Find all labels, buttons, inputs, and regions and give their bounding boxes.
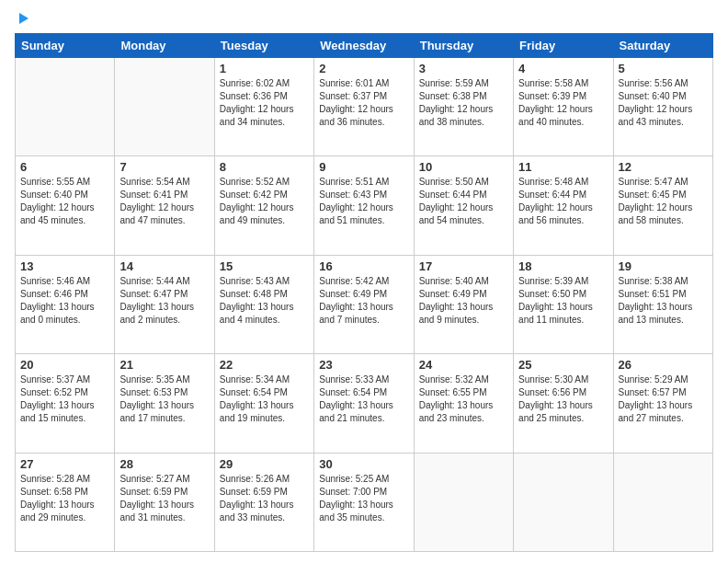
cell-content: Sunrise: 5:55 AM Sunset: 6:40 PM Dayligh… [20, 176, 109, 227]
cell-content: Sunrise: 5:35 AM Sunset: 6:53 PM Dayligh… [119, 373, 209, 425]
week-row-1: 1Sunrise: 6:02 AM Sunset: 6:36 PM Daylig… [16, 58, 713, 156]
cell-content: Sunrise: 5:46 AM Sunset: 6:46 PM Dayligh… [20, 275, 109, 327]
cell-content: Sunrise: 5:38 AM Sunset: 6:51 PM Dayligh… [619, 275, 708, 327]
calendar-cell: 26Sunrise: 5:29 AM Sunset: 6:57 PM Dayli… [613, 354, 712, 453]
day-number: 4 [518, 62, 608, 75]
day-number: 22 [220, 358, 309, 372]
calendar-cell: 18Sunrise: 5:39 AM Sunset: 6:50 PM Dayli… [514, 255, 613, 353]
cell-content: Sunrise: 5:51 AM Sunset: 6:43 PM Dayligh… [319, 176, 408, 227]
day-number: 21 [119, 358, 209, 372]
calendar-cell: 9Sunrise: 5:51 AM Sunset: 6:43 PM Daylig… [314, 156, 414, 255]
day-number: 30 [319, 457, 408, 471]
day-number: 6 [20, 160, 109, 174]
day-number: 2 [319, 62, 408, 75]
col-header-monday: Monday [115, 34, 214, 58]
calendar-cell: 13Sunrise: 5:46 AM Sunset: 6:46 PM Dayli… [16, 255, 115, 353]
day-number: 1 [220, 62, 309, 75]
calendar-cell: 28Sunrise: 5:27 AM Sunset: 6:59 PM Dayli… [115, 453, 214, 551]
calendar-cell: 29Sunrise: 5:26 AM Sunset: 6:59 PM Dayli… [214, 453, 313, 551]
cell-content: Sunrise: 5:42 AM Sunset: 6:49 PM Dayligh… [319, 275, 408, 327]
cell-content: Sunrise: 5:27 AM Sunset: 6:59 PM Dayligh… [119, 473, 209, 524]
col-header-thursday: Thursday [414, 34, 513, 58]
calendar-cell [16, 58, 115, 156]
calendar-cell: 22Sunrise: 5:34 AM Sunset: 6:54 PM Dayli… [214, 354, 313, 453]
day-number: 24 [419, 358, 508, 372]
cell-content: Sunrise: 5:47 AM Sunset: 6:45 PM Dayligh… [619, 176, 708, 227]
col-header-friday: Friday [514, 34, 613, 58]
day-number: 9 [319, 160, 408, 174]
day-number: 10 [419, 160, 508, 174]
logo-arrow-icon [16, 11, 30, 26]
calendar-cell: 16Sunrise: 5:42 AM Sunset: 6:49 PM Dayli… [314, 255, 414, 353]
calendar-cell: 7Sunrise: 5:54 AM Sunset: 6:41 PM Daylig… [115, 156, 214, 255]
calendar-cell: 1Sunrise: 6:02 AM Sunset: 6:36 PM Daylig… [214, 58, 313, 156]
day-number: 15 [220, 259, 309, 273]
day-number: 26 [619, 358, 708, 372]
calendar-cell: 10Sunrise: 5:50 AM Sunset: 6:44 PM Dayli… [414, 156, 513, 255]
calendar-cell: 19Sunrise: 5:38 AM Sunset: 6:51 PM Dayli… [613, 255, 712, 353]
calendar-cell [613, 453, 712, 551]
day-number: 23 [319, 358, 408, 372]
cell-content: Sunrise: 6:02 AM Sunset: 6:36 PM Dayligh… [220, 77, 309, 129]
calendar-header-row: SundayMondayTuesdayWednesdayThursdayFrid… [16, 34, 713, 58]
day-number: 12 [619, 160, 708, 174]
cell-content: Sunrise: 5:25 AM Sunset: 7:00 PM Dayligh… [319, 473, 408, 524]
calendar-cell: 21Sunrise: 5:35 AM Sunset: 6:53 PM Dayli… [115, 354, 214, 453]
calendar-cell: 17Sunrise: 5:40 AM Sunset: 6:49 PM Dayli… [414, 255, 513, 353]
cell-content: Sunrise: 5:44 AM Sunset: 6:47 PM Dayligh… [119, 275, 209, 327]
day-number: 29 [220, 457, 309, 471]
calendar-cell: 3Sunrise: 5:59 AM Sunset: 6:38 PM Daylig… [414, 58, 513, 156]
cell-content: Sunrise: 5:32 AM Sunset: 6:55 PM Dayligh… [419, 373, 508, 425]
calendar-cell [115, 58, 214, 156]
cell-content: Sunrise: 5:50 AM Sunset: 6:44 PM Dayligh… [419, 176, 508, 227]
day-number: 18 [518, 259, 608, 273]
cell-content: Sunrise: 5:54 AM Sunset: 6:41 PM Dayligh… [119, 176, 209, 227]
cell-content: Sunrise: 5:52 AM Sunset: 6:42 PM Dayligh… [220, 176, 309, 227]
cell-content: Sunrise: 5:43 AM Sunset: 6:48 PM Dayligh… [220, 275, 309, 327]
day-number: 11 [518, 160, 608, 174]
week-row-3: 13Sunrise: 5:46 AM Sunset: 6:46 PM Dayli… [16, 255, 713, 353]
logo [15, 11, 31, 26]
cell-content: Sunrise: 5:39 AM Sunset: 6:50 PM Dayligh… [518, 275, 608, 327]
calendar-cell: 27Sunrise: 5:28 AM Sunset: 6:58 PM Dayli… [16, 453, 115, 551]
svg-marker-0 [19, 13, 28, 24]
page: SundayMondayTuesdayWednesdayThursdayFrid… [0, 0, 728, 563]
calendar-cell: 14Sunrise: 5:44 AM Sunset: 6:47 PM Dayli… [115, 255, 214, 353]
cell-content: Sunrise: 5:28 AM Sunset: 6:58 PM Dayligh… [20, 473, 109, 524]
cell-content: Sunrise: 5:37 AM Sunset: 6:52 PM Dayligh… [20, 373, 109, 425]
calendar-cell: 8Sunrise: 5:52 AM Sunset: 6:42 PM Daylig… [214, 156, 313, 255]
calendar-cell: 23Sunrise: 5:33 AM Sunset: 6:54 PM Dayli… [314, 354, 414, 453]
week-row-4: 20Sunrise: 5:37 AM Sunset: 6:52 PM Dayli… [16, 354, 713, 453]
cell-content: Sunrise: 6:01 AM Sunset: 6:37 PM Dayligh… [319, 77, 408, 129]
calendar-cell: 20Sunrise: 5:37 AM Sunset: 6:52 PM Dayli… [16, 354, 115, 453]
calendar-cell [514, 453, 613, 551]
calendar-cell: 30Sunrise: 5:25 AM Sunset: 7:00 PM Dayli… [314, 453, 414, 551]
day-number: 17 [419, 259, 508, 273]
calendar-cell: 24Sunrise: 5:32 AM Sunset: 6:55 PM Dayli… [414, 354, 513, 453]
calendar-cell: 25Sunrise: 5:30 AM Sunset: 6:56 PM Dayli… [514, 354, 613, 453]
cell-content: Sunrise: 5:48 AM Sunset: 6:44 PM Dayligh… [518, 176, 608, 227]
col-header-saturday: Saturday [613, 34, 712, 58]
calendar-cell: 4Sunrise: 5:58 AM Sunset: 6:39 PM Daylig… [514, 58, 613, 156]
day-number: 27 [20, 457, 109, 471]
calendar-cell: 2Sunrise: 6:01 AM Sunset: 6:37 PM Daylig… [314, 58, 414, 156]
week-row-2: 6Sunrise: 5:55 AM Sunset: 6:40 PM Daylig… [16, 156, 713, 255]
day-number: 14 [119, 259, 209, 273]
day-number: 5 [619, 62, 708, 75]
cell-content: Sunrise: 5:59 AM Sunset: 6:38 PM Dayligh… [419, 77, 508, 129]
cell-content: Sunrise: 5:30 AM Sunset: 6:56 PM Dayligh… [518, 373, 608, 425]
header [15, 11, 713, 26]
col-header-sunday: Sunday [16, 34, 115, 58]
day-number: 13 [20, 259, 109, 273]
calendar-cell: 15Sunrise: 5:43 AM Sunset: 6:48 PM Dayli… [214, 255, 313, 353]
calendar-cell: 12Sunrise: 5:47 AM Sunset: 6:45 PM Dayli… [613, 156, 712, 255]
calendar-cell: 6Sunrise: 5:55 AM Sunset: 6:40 PM Daylig… [16, 156, 115, 255]
calendar-cell: 5Sunrise: 5:56 AM Sunset: 6:40 PM Daylig… [613, 58, 712, 156]
cell-content: Sunrise: 5:29 AM Sunset: 6:57 PM Dayligh… [619, 373, 708, 425]
cell-content: Sunrise: 5:34 AM Sunset: 6:54 PM Dayligh… [220, 373, 309, 425]
day-number: 7 [119, 160, 209, 174]
cell-content: Sunrise: 5:58 AM Sunset: 6:39 PM Dayligh… [518, 77, 608, 129]
cell-content: Sunrise: 5:40 AM Sunset: 6:49 PM Dayligh… [419, 275, 508, 327]
col-header-wednesday: Wednesday [314, 34, 414, 58]
day-number: 19 [619, 259, 708, 273]
